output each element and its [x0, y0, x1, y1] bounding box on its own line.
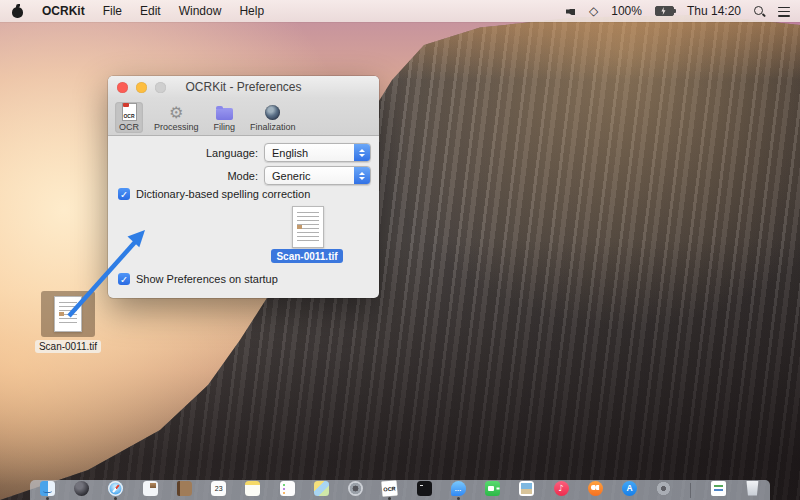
dock-trash-icon[interactable]: [745, 481, 760, 500]
dictionary-checkbox[interactable]: [118, 188, 130, 200]
dock-maps-icon[interactable]: [314, 481, 329, 500]
startup-checkbox[interactable]: [118, 273, 130, 285]
running-indicator-dot: [525, 497, 528, 500]
ocr-document-icon: OCR: [122, 103, 137, 121]
folder-icon: [216, 108, 233, 120]
dock-reminders-icon[interactable]: [280, 481, 295, 500]
icon-selection-box: [41, 291, 95, 337]
globe-icon: [265, 105, 280, 120]
preferences-toolbar: OCR OCR ⚙ Processing Filing Finalization: [108, 98, 379, 136]
dock-photos-icon[interactable]: [519, 481, 534, 500]
running-indicator-dot: [751, 497, 754, 500]
window-titlebar[interactable]: OCRKit - Preferences: [108, 76, 379, 98]
running-indicator-dot: [423, 497, 426, 500]
spotlight-icon[interactable]: [754, 6, 765, 17]
running-indicator-dot: [560, 497, 563, 500]
battery-icon[interactable]: [655, 6, 674, 16]
tab-ocr[interactable]: OCR OCR: [115, 102, 143, 133]
gear-icon: ⚙: [169, 104, 183, 121]
desktop-file-scan-0011[interactable]: Scan-0011.tif: [30, 291, 106, 353]
volume-icon[interactable]: [566, 7, 576, 16]
dock-photo-booth-icon[interactable]: [348, 481, 363, 500]
mode-popup[interactable]: Generic: [264, 166, 371, 185]
dock-document-icon[interactable]: [711, 481, 726, 500]
popup-stepper-icon: [354, 144, 370, 161]
scan-preview-thumbnail[interactable]: [292, 206, 324, 248]
language-value: English: [265, 147, 308, 159]
window-title: OCRKit - Preferences: [185, 80, 301, 94]
running-indicator-dot: [354, 497, 357, 500]
dock-safari-icon[interactable]: [108, 481, 123, 500]
running-indicator-dot: [183, 497, 186, 500]
running-indicator-dot: [320, 497, 323, 500]
running-indicator-dot: [662, 497, 665, 500]
tab-ocr-label: OCR: [119, 122, 139, 132]
dock: 23OCR…♪A: [30, 480, 770, 500]
dock-ibooks-icon[interactable]: [588, 481, 603, 500]
dock-launchpad-icon[interactable]: [74, 481, 89, 500]
mode-value: Generic: [265, 170, 311, 182]
running-indicator-dot: [114, 497, 117, 500]
menu-bar: OCRKit File Edit Window Help ◇ 100% Thu …: [0, 0, 800, 22]
dock-contacts-icon[interactable]: [177, 481, 192, 500]
running-indicator-dot: [717, 497, 720, 500]
menu-edit[interactable]: Edit: [140, 4, 161, 18]
tab-filing-label: Filing: [214, 122, 236, 132]
diamond-menu-extra-icon[interactable]: ◇: [589, 5, 598, 17]
dock-system-preferences-icon[interactable]: [656, 481, 671, 500]
minimize-button[interactable]: [136, 82, 147, 93]
desktop-file-label: Scan-0011.tif: [35, 340, 101, 353]
dock-terminal-icon[interactable]: [417, 481, 432, 500]
running-indicator-dot: [491, 497, 494, 500]
dock-app-store-icon[interactable]: A: [622, 481, 637, 500]
running-indicator-dot: [46, 497, 49, 500]
running-indicator-dot: [628, 497, 631, 500]
dock-messages-icon[interactable]: …: [451, 481, 466, 500]
popup-stepper-icon: [354, 167, 370, 184]
notification-center-icon[interactable]: [778, 6, 790, 17]
dock-finder-icon[interactable]: [40, 481, 55, 500]
apple-menu-icon[interactable]: [12, 5, 24, 18]
preferences-window: OCRKit - Preferences OCR OCR ⚙ Processin…: [108, 76, 379, 298]
running-indicator-dot: [149, 497, 152, 500]
running-indicator-dot: [286, 497, 289, 500]
running-indicator-dot: [251, 497, 254, 500]
mode-label: Mode:: [227, 170, 258, 182]
battery-percent: 100%: [611, 4, 642, 18]
running-indicator-dot: [80, 497, 83, 500]
language-label: Language:: [206, 147, 258, 159]
dock-notes-icon[interactable]: [245, 481, 260, 500]
tab-finalization-label: Finalization: [250, 122, 296, 132]
tab-finalization[interactable]: Finalization: [246, 102, 300, 133]
preferences-content: Language: English Mode: Generic Dictiona…: [108, 136, 379, 302]
running-indicator-dot: [594, 497, 597, 500]
language-popup[interactable]: English: [264, 143, 371, 162]
tab-filing[interactable]: Filing: [210, 102, 240, 133]
running-indicator-dot: [388, 497, 391, 500]
dock-divider: [690, 483, 691, 498]
tif-file-icon: [54, 296, 82, 332]
close-button[interactable]: [117, 82, 128, 93]
tab-processing-label: Processing: [154, 122, 199, 132]
tab-processing[interactable]: ⚙ Processing: [150, 102, 203, 133]
dock-facetime-icon[interactable]: [485, 481, 500, 500]
menu-app-name[interactable]: OCRKit: [42, 4, 85, 18]
scan-preview-filename[interactable]: Scan-0011.tif: [271, 249, 343, 263]
dock-mail-icon[interactable]: [143, 481, 158, 500]
menu-window[interactable]: Window: [179, 4, 222, 18]
menu-file[interactable]: File: [103, 4, 122, 18]
dock-itunes-icon[interactable]: ♪: [554, 481, 569, 500]
startup-checkbox-label: Show Preferences on startup: [136, 273, 278, 285]
dock-ocrkit-icon[interactable]: OCR: [382, 481, 397, 500]
menu-clock[interactable]: Thu 14:20: [687, 4, 741, 18]
zoom-button-disabled: [155, 82, 166, 93]
running-indicator-dot: [457, 497, 460, 500]
dock-calendar-icon[interactable]: 23: [211, 481, 226, 500]
dictionary-checkbox-label: Dictionary-based spelling correction: [136, 188, 310, 200]
menu-help[interactable]: Help: [239, 4, 264, 18]
running-indicator-dot: [217, 497, 220, 500]
